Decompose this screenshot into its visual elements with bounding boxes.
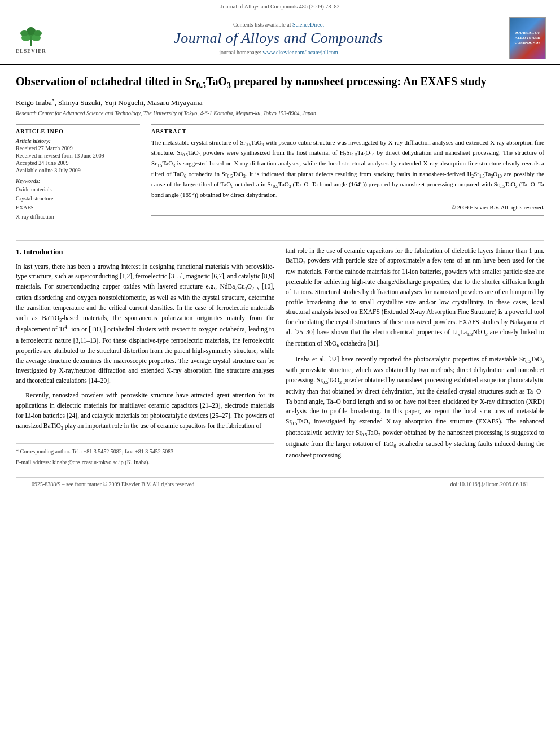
svg-point-6 bbox=[34, 30, 42, 36]
elsevier-tree-icon bbox=[16, 23, 47, 47]
footnote-area: * Corresponding author. Tel.: +81 3 5452… bbox=[16, 443, 274, 466]
sciencedirect-line: Contents lists available at ScienceDirec… bbox=[51, 21, 506, 28]
article-info-column: Article info Article history: Received 2… bbox=[16, 124, 140, 231]
journal-citation: Journal of Alloys and Compounds 486 (200… bbox=[221, 3, 340, 10]
abstract-column: Abstract The metastable crystal structur… bbox=[151, 124, 544, 231]
body-right-para2: Inaba et al. [32] have recently reported… bbox=[286, 355, 544, 461]
article-info-heading: Article info bbox=[16, 128, 140, 134]
banner: ELSEVIER Contents lists available at Sci… bbox=[0, 11, 560, 65]
authors: Keigo Inaba*, Shinya Suzuki, Yuji Noguch… bbox=[16, 98, 544, 107]
issn-line: 0925-8388/$ – see front matter © 2009 El… bbox=[32, 481, 196, 487]
banner-left: ELSEVIER bbox=[11, 23, 51, 54]
article-content: Observation of octahedral tilted in Sr0.… bbox=[0, 65, 560, 502]
body-two-col: 1. Introduction In last years, there has… bbox=[16, 246, 544, 469]
journal-meta-bar: Journal of Alloys and Compounds 486 (200… bbox=[0, 0, 560, 11]
footnote-corresponding: * Corresponding author. Tel.: +81 3 5452… bbox=[16, 447, 274, 456]
abstract-heading: Abstract bbox=[151, 128, 544, 134]
bottom-bar: 0925-8388/$ – see front matter © 2009 El… bbox=[16, 477, 544, 491]
elsevier-logo: ELSEVIER bbox=[11, 23, 51, 54]
article-info-section: Article info Article history: Received 2… bbox=[16, 124, 140, 225]
info-abstract-row: Article info Article history: Received 2… bbox=[16, 124, 544, 231]
copyright-notice: © 2009 Elsevier B.V. All rights reserved… bbox=[151, 203, 544, 212]
keywords-list: Oxide materialsCrystal structureEXAFSX-r… bbox=[16, 185, 140, 221]
keywords-section: Keywords: Oxide materialsCrystal structu… bbox=[16, 178, 140, 221]
history-label: Article history: bbox=[16, 138, 140, 144]
journal-cover: JOURNAL OF ALLOYS AND COMPOUNDS bbox=[509, 17, 546, 59]
intro-para1: In last years, there has been a growing … bbox=[16, 262, 274, 386]
svg-point-5 bbox=[20, 30, 28, 36]
intro-para2: Recently, nanosized powders with perovsk… bbox=[16, 391, 274, 432]
journal-cover-text: JOURNAL OF ALLOYS AND COMPOUNDS bbox=[515, 30, 541, 46]
journal-homepage-line: journal homepage: www.elsevier.com/locat… bbox=[51, 49, 506, 55]
affiliation: Research Center for Advanced Science and… bbox=[16, 110, 544, 116]
footnote-email: E-mail address: kinaba@cns.rcast.u-tokyo… bbox=[16, 458, 274, 467]
received-date: Received 27 March 2009 bbox=[16, 145, 140, 151]
journal-title-banner: Journal of Alloys and Compounds bbox=[51, 30, 506, 47]
svg-rect-0 bbox=[30, 40, 32, 46]
banner-right: JOURNAL OF ALLOYS AND COMPOUNDS bbox=[506, 17, 549, 59]
revised-date: Received in revised form 13 June 2009 bbox=[16, 152, 140, 159]
accepted-date: Accepted 24 June 2009 bbox=[16, 160, 140, 166]
keywords-label: Keywords: bbox=[16, 178, 140, 184]
banner-center: Contents lists available at ScienceDirec… bbox=[51, 21, 506, 55]
abstract-text: The metastable crystal structure of Sr0.… bbox=[151, 138, 544, 212]
journal-homepage-url[interactable]: www.elsevier.com/locate/jallcom bbox=[263, 49, 338, 55]
intro-heading: 1. Introduction bbox=[16, 246, 274, 257]
doi-line[interactable]: doi:10.1016/j.jallcom.2009.06.161 bbox=[450, 481, 528, 487]
elsevier-label: ELSEVIER bbox=[16, 48, 46, 54]
body-right-para1: tant role in the use of ceramic capacito… bbox=[286, 246, 544, 350]
sciencedirect-link[interactable]: ScienceDirect bbox=[292, 21, 324, 28]
body-col-left: 1. Introduction In last years, there has… bbox=[16, 246, 274, 469]
body-col-right: tant role in the use of ceramic capacito… bbox=[286, 246, 544, 469]
article-title: Observation of octahedral tilted in Sr0.… bbox=[16, 74, 544, 91]
section-divider bbox=[16, 240, 544, 241]
available-date: Available online 3 July 2009 bbox=[16, 167, 140, 173]
abstract-section: Abstract The metastable crystal structur… bbox=[151, 124, 544, 216]
page-wrapper: Journal of Alloys and Compounds 486 (200… bbox=[0, 0, 560, 747]
